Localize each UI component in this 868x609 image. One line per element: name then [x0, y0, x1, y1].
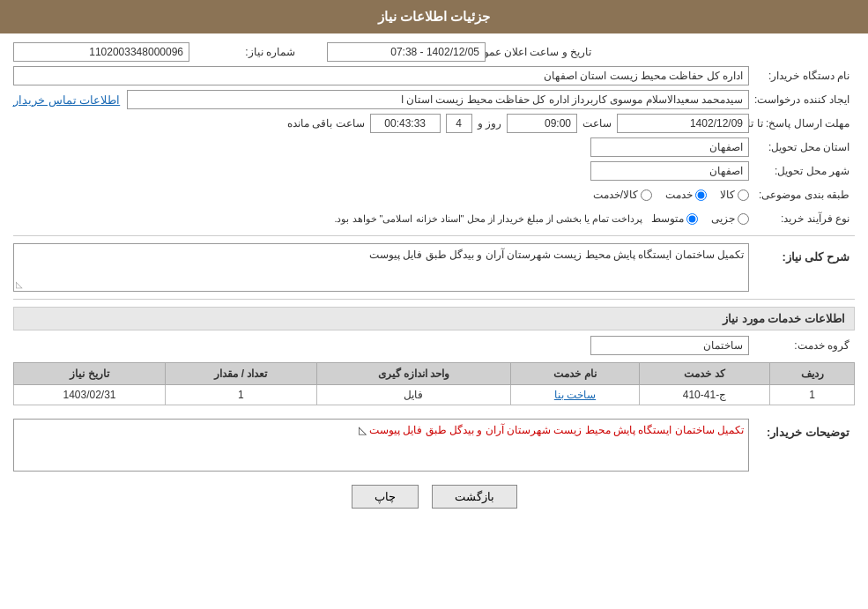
deadline-remaining-label: ساعت باقی مانده: [287, 117, 365, 130]
purchase-type-radio-group: جزیی متوسط: [651, 212, 749, 225]
th-date: تاریخ نیاز: [14, 363, 166, 385]
td-service-name[interactable]: ساخت بنا: [511, 385, 640, 405]
page-header: جزئیات اطلاعات نیاز: [0, 0, 868, 33]
category-khadamat-option[interactable]: خدمت: [665, 189, 707, 201]
separator-2: [13, 299, 855, 300]
purchase-type-label: نوع فرآیند خرید:: [749, 209, 855, 228]
back-button[interactable]: بازگشت: [432, 485, 517, 509]
buyer-resize-handle: ◺: [359, 424, 367, 436]
city-delivery-value: اصفهان: [590, 161, 749, 181]
category-kala-option[interactable]: کالا: [720, 189, 749, 201]
purchase-jozyi-label: جزیی: [711, 212, 735, 225]
separator-1: [13, 235, 855, 236]
buttons-row: بازگشت چاپ: [13, 485, 855, 509]
buyer-desc-value: تکمیل ساختمان ایستگاه پایش محیط زیست شهر…: [369, 424, 744, 436]
creator-label: ایجاد کننده درخواست:: [749, 90, 855, 109]
td-quantity: 1: [166, 385, 317, 405]
deadline-time: 09:00: [507, 114, 577, 133]
service-group-label: گروه خدمت:: [749, 336, 855, 355]
page-title: جزئیات اطلاعات نیاز: [378, 9, 490, 24]
province-delivery-value: اصفهان: [590, 137, 749, 157]
resize-handle: ◺: [16, 279, 23, 289]
th-quantity: تعداد / مقدار: [166, 363, 317, 385]
city-delivery-label: شهر محل تحویل:: [749, 161, 855, 181]
purchase-jozyi-option[interactable]: جزیی: [711, 212, 749, 225]
deadline-label: مهلت ارسال پاسخ: تا تاریخ:: [749, 114, 855, 133]
purchase-motavaset-label: متوسط: [651, 212, 684, 225]
deadline-remaining: 00:43:33: [370, 114, 441, 133]
buyer-org-value: اداره کل حفاظت محیط زیست استان اصفهان: [13, 66, 749, 85]
province-delivery-label: استان محل تحویل:: [749, 137, 855, 157]
category-kala-label: کالا: [720, 189, 735, 201]
category-khadamat-radio[interactable]: [695, 189, 707, 201]
category-khadamat-label: خدمت: [665, 189, 693, 201]
purchase-motavaset-option[interactable]: متوسط: [651, 212, 698, 225]
services-section-title: اطلاعات خدمات مورد نیاز: [13, 307, 855, 330]
td-unit: فایل: [316, 385, 510, 405]
th-service-name: نام خدمت: [511, 363, 640, 385]
deadline-date: 1402/12/09: [617, 114, 749, 133]
category-kala-khadamat-radio[interactable]: [641, 189, 652, 201]
purchase-motavaset-radio[interactable]: [686, 213, 698, 225]
announce-datetime-value: 1402/12/05 - 07:38: [327, 42, 486, 62]
table-row: 1 ج-41-410 ساخت بنا فایل 1 1403/02/31: [14, 385, 855, 405]
creator-value: سیدمحمد سعیدالاسلام موسوی کاربرداز اداره…: [127, 90, 749, 109]
general-desc-box: تکمیل ساختمان ایستگاه پایش محیط زیست شهر…: [13, 243, 749, 292]
deadline-days-label: روز و: [478, 117, 501, 130]
buyer-desc-label: توضیحات خریدار:: [749, 422, 855, 442]
th-row-num: ردیف: [770, 363, 855, 385]
creator-contact-link[interactable]: اطلاعات تماس خریدار: [13, 93, 120, 107]
category-kala-khadamat-option[interactable]: کالا/خدمت: [593, 189, 652, 201]
category-label: طبقه بندی موضوعی:: [749, 185, 855, 204]
order-number-label: شماره نیاز:: [195, 42, 300, 62]
buyer-desc-box: تکمیل ساختمان ایستگاه پایش محیط زیست شهر…: [13, 419, 749, 472]
td-row-num: 1: [770, 385, 855, 405]
th-service-code: کد خدمت: [639, 363, 769, 385]
announce-datetime-label: تاریخ و ساعت اعلان عمومی:: [491, 42, 597, 62]
services-table: ردیف کد خدمت نام خدمت واحد اندازه گیری ت…: [13, 362, 855, 405]
page-wrapper: جزئیات اطلاعات نیاز تاریخ و ساعت اعلان ع…: [0, 0, 868, 609]
order-number-value: 1102003348000096: [13, 42, 189, 62]
category-radio-group: کالا خدمت کالا/خدمت: [13, 189, 749, 201]
th-unit: واحد اندازه گیری: [316, 363, 510, 385]
general-desc-value: تکمیل ساختمان ایستگاه پایش محیط زیست شهر…: [369, 249, 744, 261]
td-date: 1403/02/31: [14, 385, 166, 405]
category-kala-radio[interactable]: [738, 189, 749, 201]
general-desc-label: شرح کلی نیاز:: [749, 247, 855, 267]
purchase-jozyi-radio[interactable]: [738, 213, 749, 225]
category-kala-khadamat-label: کالا/خدمت: [593, 189, 638, 201]
deadline-time-label: ساعت: [582, 117, 612, 130]
service-group-value: ساختمان: [590, 336, 749, 355]
td-service-code: ج-41-410: [639, 385, 769, 405]
purchase-desc: پرداخت تمام یا بخشی از مبلغ خریدار از مح…: [334, 213, 642, 225]
buyer-org-label: نام دستگاه خریدار:: [749, 66, 855, 85]
deadline-days: 4: [446, 114, 472, 133]
content-area: تاریخ و ساعت اعلان عمومی: 1402/12/05 - 0…: [0, 33, 868, 531]
print-button[interactable]: چاپ: [352, 485, 419, 509]
